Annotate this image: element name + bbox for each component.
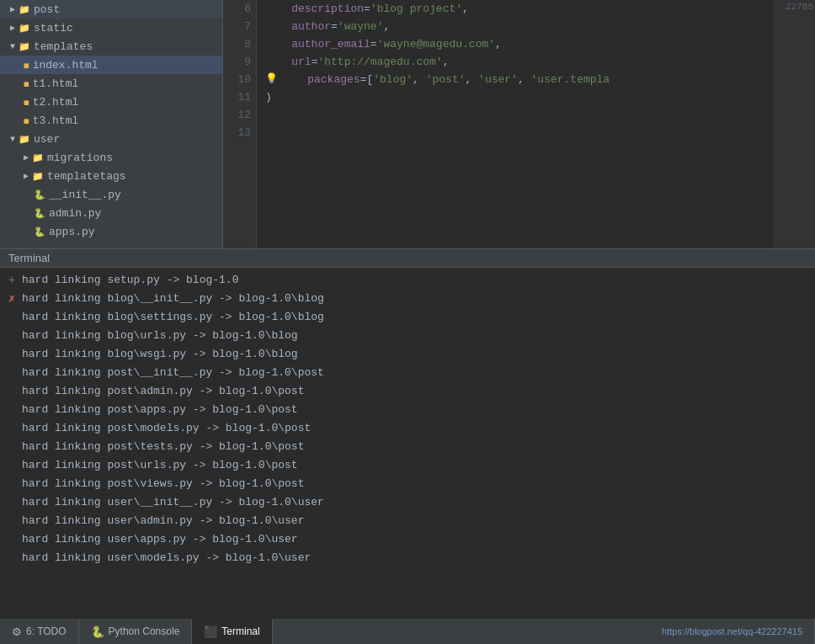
terminal-header: Terminal bbox=[0, 248, 815, 268]
folder-icon-templatetags: 📁 bbox=[32, 171, 44, 182]
bulb-icon: 💡 bbox=[265, 71, 278, 88]
term-line-4: hard linking blog\urls.py -> blog-1.0\bl… bbox=[0, 327, 815, 345]
scroll-position: 22785 bbox=[786, 2, 813, 12]
tab-terminal-label: Terminal bbox=[221, 625, 259, 637]
term-line-14: hard linking user\admin.py -> blog-1.0\u… bbox=[0, 512, 815, 530]
line-numbers: 6 7 8 9 10 11 12 13 bbox=[223, 0, 257, 248]
file-tree: ▶ 📁 post ▶ 📁 static ▼ 📁 templates ◼ inde… bbox=[0, 0, 223, 248]
terminal-icon: ⬛ bbox=[204, 625, 217, 638]
code-line-11: ) bbox=[265, 88, 773, 106]
code-line-8: author_email = 'wayne@magedu.com' , bbox=[265, 35, 773, 53]
term-line-12: hard linking post\views.py -> blog-1.0\p… bbox=[0, 475, 815, 493]
tree-label-user: user bbox=[34, 133, 60, 146]
tab-python-console[interactable]: 🐍 Python Console bbox=[79, 619, 193, 644]
terminal-body[interactable]: + hard linking setup.py -> blog-1.0 ✗ ha… bbox=[0, 268, 815, 619]
status-url: https://blogpost.net/qq-422227415 bbox=[662, 626, 802, 636]
term-line-1: + hard linking setup.py -> blog-1.0 bbox=[0, 271, 815, 290]
tree-item-post[interactable]: ▶ 📁 post bbox=[0, 0, 222, 19]
term-line-13: hard linking user\__init__.py -> blog-1.… bbox=[0, 493, 815, 512]
term-line-5: hard linking blog\wsgi.py -> blog-1.0\bl… bbox=[0, 345, 815, 364]
line-num-6: 6 bbox=[223, 0, 251, 18]
tree-item-apps-py[interactable]: 🐍 apps.py bbox=[0, 222, 222, 241]
term-line-15: hard linking user\apps.py -> blog-1.0\us… bbox=[0, 530, 815, 549]
code-line-9: url = 'http://magedu.com' , bbox=[265, 53, 773, 71]
line-num-8: 8 bbox=[223, 35, 251, 53]
tab-todo-label: 6: TODO bbox=[26, 625, 67, 637]
line-num-11: 11 bbox=[223, 88, 251, 106]
term-line-7: hard linking post\admin.py -> blog-1.0\p… bbox=[0, 382, 815, 401]
tree-item-templatetags[interactable]: ▶ 📁 templatetags bbox=[0, 167, 222, 185]
term-prefix-cross: ✗ bbox=[5, 290, 19, 308]
tree-arrow-templates: ▼ bbox=[7, 42, 19, 51]
folder-icon-user: 📁 bbox=[19, 134, 30, 145]
code-editor: 6 7 8 9 10 11 12 13 description = 'blog … bbox=[223, 0, 815, 248]
scroll-indicator-area: 22785 bbox=[773, 0, 815, 248]
code-line-12 bbox=[265, 106, 773, 124]
tree-item-templates[interactable]: ▼ 📁 templates bbox=[0, 37, 222, 56]
tree-label-init-py: __init__.py bbox=[49, 189, 121, 201]
status-right-link: https://blogpost.net/qq-422227415 bbox=[650, 619, 815, 644]
tree-item-user[interactable]: ▼ 📁 user bbox=[0, 130, 222, 148]
tree-label-static: static bbox=[34, 22, 73, 35]
todo-icon: ⚙ bbox=[12, 625, 22, 638]
tree-item-t1-html[interactable]: ◼ t1.html bbox=[0, 74, 222, 93]
tree-label-t1-html: t1.html bbox=[33, 77, 79, 90]
code-lines: description = 'blog project' , author = … bbox=[257, 0, 773, 248]
line-num-10: 10 bbox=[223, 71, 251, 88]
tree-label-migrations: migrations bbox=[47, 152, 113, 164]
tree-item-static[interactable]: ▶ 📁 static bbox=[0, 19, 222, 37]
term-line-11: hard linking post\urls.py -> blog-1.0\po… bbox=[0, 456, 815, 475]
html-icon-t3: ◼ bbox=[24, 115, 29, 126]
line-num-12: 12 bbox=[223, 106, 251, 124]
line-num-9: 9 bbox=[223, 53, 251, 71]
bottom-tabs: ⚙ 6: TODO 🐍 Python Console ⬛ Terminal ht… bbox=[0, 619, 815, 644]
term-line-9: hard linking post\models.py -> blog-1.0\… bbox=[0, 419, 815, 438]
code-line-6: description = 'blog project' , bbox=[265, 0, 773, 18]
term-line-6: hard linking post\__init__.py -> blog-1.… bbox=[0, 364, 815, 382]
tree-label-post: post bbox=[34, 3, 60, 16]
tab-todo[interactable]: ⚙ 6: TODO bbox=[0, 619, 79, 644]
code-line-13 bbox=[265, 124, 773, 141]
line-num-13: 13 bbox=[223, 124, 251, 141]
tree-item-t3-html[interactable]: ◼ t3.html bbox=[0, 111, 222, 130]
py-icon-apps: 🐍 bbox=[34, 226, 45, 237]
term-prefix-plus: + bbox=[5, 271, 19, 290]
tab-terminal[interactable]: ⬛ Terminal bbox=[192, 619, 272, 644]
tree-item-admin-py[interactable]: 🐍 admin.py bbox=[0, 204, 222, 222]
term-line-2: ✗ hard linking blog\__init__.py -> blog-… bbox=[0, 290, 815, 308]
term-line-16: hard linking user\models.py -> blog-1.0\… bbox=[0, 549, 815, 567]
tree-arrow-post: ▶ bbox=[7, 4, 19, 14]
tree-label-templatetags: templatetags bbox=[47, 170, 126, 183]
folder-icon-migrations: 📁 bbox=[32, 152, 44, 163]
line-num-7: 7 bbox=[223, 18, 251, 35]
tree-label-t3-html: t3.html bbox=[33, 114, 79, 127]
py-icon-admin: 🐍 bbox=[34, 208, 45, 219]
term-line-8: hard linking post\apps.py -> blog-1.0\po… bbox=[0, 401, 815, 419]
tree-item-migrations[interactable]: ▶ 📁 migrations bbox=[0, 148, 222, 167]
tree-arrow-static: ▶ bbox=[7, 23, 19, 33]
tree-item-index-html[interactable]: ◼ index.html bbox=[0, 56, 222, 74]
tree-arrow-user: ▼ bbox=[7, 135, 19, 144]
code-line-10: 💡 packages = [ 'blog' , 'post' , 'user' … bbox=[265, 71, 773, 88]
tree-label-index-html: index.html bbox=[33, 59, 99, 72]
tree-label-t2-html: t2.html bbox=[33, 96, 79, 109]
term-line-3: hard linking blog\settings.py -> blog-1.… bbox=[0, 308, 815, 327]
py-icon-init: 🐍 bbox=[34, 189, 45, 200]
tree-label-templates: templates bbox=[34, 40, 93, 53]
term-line-10: hard linking post\tests.py -> blog-1.0\p… bbox=[0, 438, 815, 456]
tree-label-apps-py: apps.py bbox=[49, 226, 95, 238]
tree-item-t2-html[interactable]: ◼ t2.html bbox=[0, 93, 222, 111]
tree-arrow-migrations: ▶ bbox=[20, 152, 32, 162]
folder-icon-templates: 📁 bbox=[19, 41, 30, 52]
folder-icon-static: 📁 bbox=[19, 23, 30, 34]
terminal-area: Terminal + hard linking setup.py -> blog… bbox=[0, 248, 815, 619]
tree-label-admin-py: admin.py bbox=[49, 207, 101, 220]
html-icon-t2: ◼ bbox=[24, 97, 29, 108]
tree-item-init-py[interactable]: 🐍 __init__.py bbox=[0, 185, 222, 204]
code-line-7: author = 'wayne' , bbox=[265, 18, 773, 35]
folder-icon-post: 📁 bbox=[19, 4, 30, 15]
tab-python-console-label: Python Console bbox=[109, 625, 180, 637]
html-icon-index: ◼ bbox=[24, 60, 29, 71]
python-icon: 🐍 bbox=[91, 625, 104, 638]
html-icon-t1: ◼ bbox=[24, 78, 29, 89]
